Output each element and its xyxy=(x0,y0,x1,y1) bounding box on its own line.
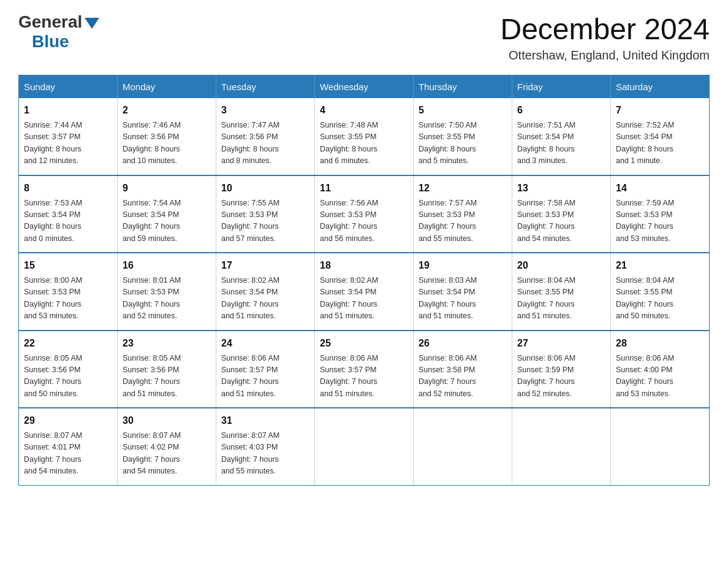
day-number: 19 xyxy=(419,258,507,273)
calendar-day-cell: 1Sunrise: 7:44 AMSunset: 3:57 PMDaylight… xyxy=(19,98,118,175)
calendar-day-cell: 16Sunrise: 8:01 AMSunset: 3:53 PMDayligh… xyxy=(118,253,216,331)
day-info: Sunrise: 8:02 AMSunset: 3:54 PMDaylight:… xyxy=(221,275,309,323)
calendar-day-cell: 8Sunrise: 7:53 AMSunset: 3:54 PMDaylight… xyxy=(19,175,118,253)
calendar-week-row: 1Sunrise: 7:44 AMSunset: 3:57 PMDaylight… xyxy=(19,98,710,175)
day-number: 6 xyxy=(517,103,605,118)
month-title: December 2024 xyxy=(500,12,710,46)
calendar-day-cell: 15Sunrise: 8:00 AMSunset: 3:53 PMDayligh… xyxy=(19,253,118,331)
calendar-week-row: 15Sunrise: 8:00 AMSunset: 3:53 PMDayligh… xyxy=(19,253,710,331)
calendar-week-row: 8Sunrise: 7:53 AMSunset: 3:54 PMDaylight… xyxy=(19,175,710,253)
day-number: 15 xyxy=(24,258,112,273)
day-number: 7 xyxy=(616,103,704,118)
calendar-day-cell: 6Sunrise: 7:51 AMSunset: 3:54 PMDaylight… xyxy=(512,98,611,175)
day-info: Sunrise: 8:06 AMSunset: 3:57 PMDaylight:… xyxy=(221,353,309,400)
calendar-day-cell: 30Sunrise: 8:07 AMSunset: 4:02 PMDayligh… xyxy=(118,408,216,485)
day-info: Sunrise: 8:03 AMSunset: 3:54 PMDaylight:… xyxy=(419,275,507,323)
logo: General Blue xyxy=(18,12,99,52)
logo-general: General xyxy=(18,12,99,32)
day-number: 30 xyxy=(123,413,211,428)
day-number: 13 xyxy=(517,181,605,196)
day-info: Sunrise: 8:06 AMSunset: 3:57 PMDaylight:… xyxy=(320,353,408,400)
calendar-weekday-header: Sunday xyxy=(19,75,118,99)
day-number: 21 xyxy=(616,258,704,273)
day-number: 5 xyxy=(419,103,507,118)
day-number: 16 xyxy=(123,258,211,273)
calendar-day-cell: 11Sunrise: 7:56 AMSunset: 3:53 PMDayligh… xyxy=(315,175,414,253)
day-info: Sunrise: 8:06 AMSunset: 3:59 PMDaylight:… xyxy=(517,353,605,400)
day-info: Sunrise: 7:44 AMSunset: 3:57 PMDaylight:… xyxy=(24,120,112,167)
day-number: 29 xyxy=(24,413,112,428)
logo-blue-text: Blue xyxy=(32,32,69,52)
day-info: Sunrise: 8:00 AMSunset: 3:53 PMDaylight:… xyxy=(24,275,112,323)
calendar-day-cell: 21Sunrise: 8:04 AMSunset: 3:55 PMDayligh… xyxy=(611,253,710,331)
calendar-day-cell: 23Sunrise: 8:05 AMSunset: 3:56 PMDayligh… xyxy=(118,331,216,408)
day-number: 25 xyxy=(320,336,408,351)
calendar-day-cell: 26Sunrise: 8:06 AMSunset: 3:58 PMDayligh… xyxy=(414,331,512,408)
day-info: Sunrise: 8:07 AMSunset: 4:02 PMDaylight:… xyxy=(123,430,211,478)
day-info: Sunrise: 8:04 AMSunset: 3:55 PMDaylight:… xyxy=(616,275,704,323)
calendar-day-cell: 22Sunrise: 8:05 AMSunset: 3:56 PMDayligh… xyxy=(19,331,118,408)
calendar-day-cell: 18Sunrise: 8:02 AMSunset: 3:54 PMDayligh… xyxy=(315,253,414,331)
day-number: 1 xyxy=(24,103,112,118)
calendar-day-cell: 25Sunrise: 8:06 AMSunset: 3:57 PMDayligh… xyxy=(315,331,414,408)
day-number: 10 xyxy=(221,181,309,196)
logo-arrow-icon xyxy=(85,18,99,29)
day-info: Sunrise: 8:02 AMSunset: 3:54 PMDaylight:… xyxy=(320,275,408,323)
calendar-day-cell: 29Sunrise: 8:07 AMSunset: 4:01 PMDayligh… xyxy=(19,408,118,485)
day-info: Sunrise: 7:46 AMSunset: 3:56 PMDaylight:… xyxy=(123,120,211,167)
day-info: Sunrise: 7:53 AMSunset: 3:54 PMDaylight:… xyxy=(24,197,112,245)
calendar-day-cell xyxy=(512,408,611,485)
day-number: 3 xyxy=(221,103,309,118)
calendar-header-row: SundayMondayTuesdayWednesdayThursdayFrid… xyxy=(19,75,710,99)
day-number: 11 xyxy=(320,181,408,196)
calendar-weekday-header: Wednesday xyxy=(315,75,414,99)
day-info: Sunrise: 7:54 AMSunset: 3:54 PMDaylight:… xyxy=(123,197,211,245)
day-number: 23 xyxy=(123,336,211,351)
calendar-day-cell: 28Sunrise: 8:06 AMSunset: 4:00 PMDayligh… xyxy=(611,331,710,408)
day-info: Sunrise: 7:55 AMSunset: 3:53 PMDaylight:… xyxy=(221,197,309,245)
calendar-day-cell: 24Sunrise: 8:06 AMSunset: 3:57 PMDayligh… xyxy=(216,331,315,408)
day-info: Sunrise: 8:04 AMSunset: 3:55 PMDaylight:… xyxy=(517,275,605,323)
day-info: Sunrise: 7:52 AMSunset: 3:54 PMDaylight:… xyxy=(616,120,704,167)
day-number: 31 xyxy=(221,413,309,428)
day-info: Sunrise: 7:48 AMSunset: 3:55 PMDaylight:… xyxy=(320,120,408,167)
calendar-day-cell: 10Sunrise: 7:55 AMSunset: 3:53 PMDayligh… xyxy=(216,175,315,253)
calendar-weekday-header: Saturday xyxy=(611,75,710,99)
calendar-day-cell xyxy=(315,408,414,485)
calendar-day-cell: 9Sunrise: 7:54 AMSunset: 3:54 PMDaylight… xyxy=(118,175,216,253)
page-header: General Blue December 2024 Ottershaw, En… xyxy=(18,12,710,63)
day-number: 17 xyxy=(221,258,309,273)
calendar-day-cell: 20Sunrise: 8:04 AMSunset: 3:55 PMDayligh… xyxy=(512,253,611,331)
day-info: Sunrise: 8:05 AMSunset: 3:56 PMDaylight:… xyxy=(123,353,211,400)
day-info: Sunrise: 8:07 AMSunset: 4:03 PMDaylight:… xyxy=(221,430,309,478)
day-number: 18 xyxy=(320,258,408,273)
day-info: Sunrise: 8:01 AMSunset: 3:53 PMDaylight:… xyxy=(123,275,211,323)
calendar-weekday-header: Friday xyxy=(512,75,611,99)
day-info: Sunrise: 8:06 AMSunset: 3:58 PMDaylight:… xyxy=(419,353,507,400)
calendar-week-row: 22Sunrise: 8:05 AMSunset: 3:56 PMDayligh… xyxy=(19,331,710,408)
day-info: Sunrise: 8:07 AMSunset: 4:01 PMDaylight:… xyxy=(24,430,112,478)
calendar-weekday-header: Monday xyxy=(118,75,216,99)
day-number: 8 xyxy=(24,181,112,196)
location-subtitle: Ottershaw, England, United Kingdom xyxy=(500,48,710,63)
day-info: Sunrise: 7:56 AMSunset: 3:53 PMDaylight:… xyxy=(320,197,408,245)
calendar-day-cell: 19Sunrise: 8:03 AMSunset: 3:54 PMDayligh… xyxy=(414,253,512,331)
calendar-day-cell: 31Sunrise: 8:07 AMSunset: 4:03 PMDayligh… xyxy=(216,408,315,485)
title-section: December 2024 Ottershaw, England, United… xyxy=(500,12,710,63)
calendar-day-cell: 5Sunrise: 7:50 AMSunset: 3:55 PMDaylight… xyxy=(414,98,512,175)
day-number: 28 xyxy=(616,336,704,351)
calendar-day-cell: 2Sunrise: 7:46 AMSunset: 3:56 PMDaylight… xyxy=(118,98,216,175)
day-number: 24 xyxy=(221,336,309,351)
day-number: 20 xyxy=(517,258,605,273)
day-number: 26 xyxy=(419,336,507,351)
day-number: 12 xyxy=(419,181,507,196)
day-number: 14 xyxy=(616,181,704,196)
calendar-day-cell: 7Sunrise: 7:52 AMSunset: 3:54 PMDaylight… xyxy=(611,98,710,175)
calendar-day-cell xyxy=(611,408,710,485)
day-info: Sunrise: 7:59 AMSunset: 3:53 PMDaylight:… xyxy=(616,197,704,245)
day-number: 4 xyxy=(320,103,408,118)
calendar-day-cell: 27Sunrise: 8:06 AMSunset: 3:59 PMDayligh… xyxy=(512,331,611,408)
day-info: Sunrise: 7:47 AMSunset: 3:56 PMDaylight:… xyxy=(221,120,309,167)
calendar-day-cell xyxy=(414,408,512,485)
calendar-day-cell: 4Sunrise: 7:48 AMSunset: 3:55 PMDaylight… xyxy=(315,98,414,175)
